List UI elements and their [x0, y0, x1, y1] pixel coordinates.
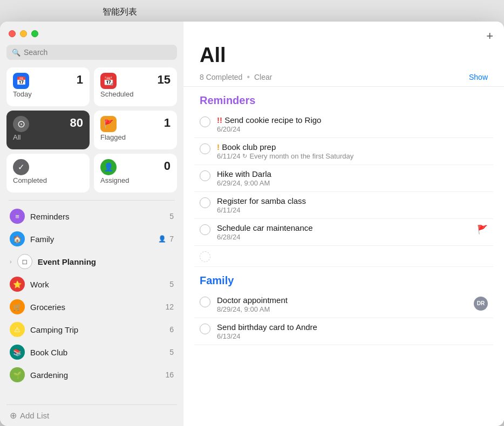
scheduled-label: Scheduled	[100, 90, 171, 98]
reminder-item-r4[interactable]: Register for samba class 6/11/24	[194, 192, 493, 219]
tooltip-label: 智能列表	[103, 6, 137, 18]
sidebar-item-reminders[interactable]: ≡ Reminders 5	[6, 205, 177, 228]
reminder-item-r1[interactable]: !! !! Send cookie recipe to RigoSend coo…	[194, 111, 493, 138]
close-button[interactable]	[9, 30, 16, 37]
scheduled-icon: 📆	[100, 73, 117, 89]
all-label: All	[13, 133, 83, 141]
reminders-label: Reminders	[30, 212, 70, 221]
traffic-lights	[6, 30, 177, 37]
avatar-f1: DR	[474, 297, 488, 311]
completed-bar: 8 Completed • Clear Show	[183, 70, 504, 87]
assigned-icon: 👤	[100, 159, 117, 175]
reminder-item-r3[interactable]: Hike with Darla 6/29/24, 9:00 AM	[194, 165, 493, 192]
book-club-icon: 📚	[10, 345, 25, 360]
add-list-label: Add List	[20, 411, 49, 420]
clear-button[interactable]: Clear	[254, 73, 272, 81]
reminder-title-r1: !! !! Send cookie recipe to RigoSend coo…	[217, 115, 488, 125]
main-title-area: All	[183, 42, 504, 70]
flag-icon-r5: 🚩	[477, 224, 488, 235]
page-title: All	[200, 44, 488, 67]
sidebar-item-book-club[interactable]: 📚 Book Club 5	[6, 341, 177, 363]
groceries-count: 12	[165, 303, 174, 311]
sidebar-item-work[interactable]: ⭐ Work 5	[6, 273, 177, 296]
sidebar: 🔍 📅 1 Today 📆 15	[0, 22, 183, 426]
reminder-body-f1: Doctor appointment 8/29/24, 9:00 AM	[217, 296, 467, 313]
reminder-body-r4: Register for samba class 6/11/24	[217, 196, 488, 214]
reminder-circle-r5[interactable]	[200, 224, 210, 235]
reminder-title-r3: Hike with Darla	[217, 169, 488, 178]
gardening-label: Gardening	[30, 370, 68, 380]
smart-tile-completed[interactable]: ✓ Completed	[6, 154, 90, 193]
sidebar-item-groceries[interactable]: 🛒 Groceries 12	[6, 296, 177, 318]
camping-trip-count: 6	[169, 325, 174, 334]
reminder-title-r4: Register for samba class	[217, 196, 488, 205]
search-icon: 🔍	[12, 49, 21, 57]
reminder-subtitle-r2: 6/11/24 ↻ Every month on the first Satur…	[217, 152, 488, 160]
family-icon: 🏠	[10, 231, 25, 246]
shared-icon: 👤	[158, 235, 166, 243]
family-count: 👤 7	[158, 235, 174, 243]
priority-exclaim-r1: !!	[217, 115, 224, 125]
reminder-subtitle-f1: 8/29/24, 9:00 AM	[217, 305, 467, 313]
reminder-title-r2: ! Book club prep	[217, 142, 488, 152]
main-content: + All 8 Completed • Clear Show Reminders	[183, 22, 504, 426]
search-bar[interactable]: 🔍	[6, 45, 177, 60]
book-club-label: Book Club	[30, 348, 67, 357]
reminder-item-r5[interactable]: Schedule car maintenance 6/28/24 🚩	[194, 219, 493, 246]
today-label: Today	[13, 90, 83, 98]
reminder-circle-r2[interactable]	[200, 143, 210, 154]
reminder-circle-r6[interactable]	[200, 251, 210, 262]
groceries-label: Groceries	[30, 303, 65, 312]
search-input[interactable]	[24, 48, 172, 57]
reminder-title-r5: Schedule car maintenance	[217, 223, 471, 232]
event-planning-label: Event Planning	[38, 257, 96, 266]
smart-tile-assigned[interactable]: 👤 0 Assigned	[94, 154, 177, 193]
reminder-subtitle-r3: 6/29/24, 9:00 AM	[217, 179, 488, 187]
sidebar-item-family[interactable]: 🏠 Family 👤 7	[6, 228, 177, 250]
family-label: Family	[30, 235, 54, 244]
family-section-header: Family	[194, 267, 493, 291]
reminder-body-r2: ! Book club prep 6/11/24 ↻ Every month o…	[217, 142, 488, 160]
reminder-item-r2[interactable]: ! Book club prep 6/11/24 ↻ Every month o…	[194, 138, 493, 165]
work-label: Work	[30, 280, 49, 289]
today-icon: 📅	[13, 73, 29, 89]
completed-label: Completed	[13, 176, 83, 184]
add-list-icon: ⊕	[10, 410, 17, 421]
completed-count-label: 8 Completed	[200, 73, 242, 81]
camping-trip-icon: ⚠	[10, 322, 25, 337]
smart-list-grid: 📅 1 Today 📆 15 Scheduled ⊙	[6, 67, 177, 193]
list-section: ≡ Reminders 5 🏠 Family 👤 7	[6, 205, 177, 402]
sidebar-item-camping-trip[interactable]: ⚠ Camping Trip 6	[6, 318, 177, 341]
smart-tile-flagged[interactable]: 🚩 1 Flagged	[94, 111, 177, 149]
work-icon: ⭐	[10, 277, 25, 292]
minimize-button[interactable]	[20, 30, 27, 37]
reminder-circle-r3[interactable]	[200, 170, 210, 181]
reminder-circle-r4[interactable]	[200, 197, 210, 208]
camping-trip-label: Camping Trip	[30, 325, 78, 334]
sidebar-item-event-planning[interactable]: › □ Event Planning	[6, 250, 177, 273]
priority-exclaim-r2: !	[217, 142, 222, 152]
sidebar-item-gardening[interactable]: 🌱 Gardening 16	[6, 363, 177, 386]
reminders-section-header: Reminders	[194, 87, 493, 111]
reminder-item-r6[interactable]	[194, 246, 493, 267]
flagged-count: 1	[164, 116, 171, 130]
all-icon: ⊙	[13, 116, 29, 132]
smart-tile-scheduled[interactable]: 📆 15 Scheduled	[94, 67, 177, 106]
reminder-item-f1[interactable]: Doctor appointment 8/29/24, 9:00 AM DR	[194, 291, 493, 318]
today-count: 1	[77, 73, 83, 87]
show-button[interactable]: Show	[469, 73, 488, 81]
maximize-button[interactable]	[31, 30, 38, 37]
reminders-icon: ≡	[10, 209, 25, 224]
reminder-circle-f1[interactable]	[200, 297, 210, 307]
reminders-count: 5	[169, 212, 174, 221]
reminder-body-f2: Send birthday card to Andre 6/13/24	[217, 322, 488, 340]
event-planning-icon: □	[17, 254, 32, 269]
smart-tile-all[interactable]: ⊙ 80 All	[6, 111, 90, 149]
smart-tile-today[interactable]: 📅 1 Today	[6, 67, 90, 106]
reminder-circle-f2[interactable]	[200, 324, 210, 334]
add-reminder-button[interactable]: +	[486, 30, 493, 42]
reminder-body-r1: !! !! Send cookie recipe to RigoSend coo…	[217, 115, 488, 133]
reminder-item-f2[interactable]: Send birthday card to Andre 6/13/24	[194, 318, 493, 345]
reminder-circle-r1[interactable]	[200, 116, 210, 127]
add-list-button[interactable]: ⊕ Add List	[6, 404, 177, 426]
